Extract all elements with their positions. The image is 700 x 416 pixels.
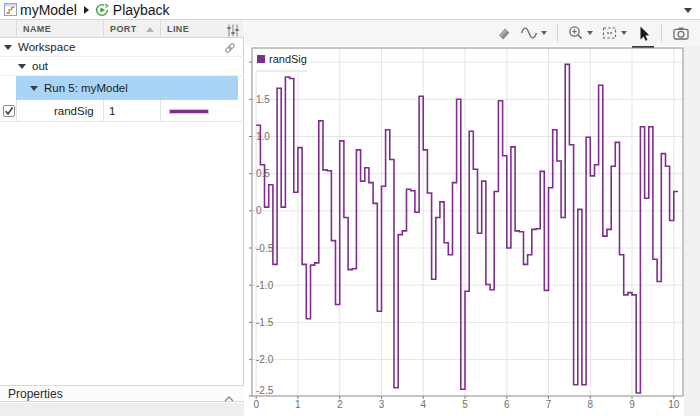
fit-to-view-icon bbox=[601, 25, 618, 41]
column-header-line[interactable]: LINE bbox=[160, 20, 228, 38]
properties-bar[interactable]: Properties bbox=[0, 385, 244, 402]
workspace-label: Workspace bbox=[18, 41, 75, 53]
svg-text:-0.5: -0.5 bbox=[256, 243, 274, 254]
run-selection-highlight: Run 5: myModel bbox=[16, 76, 238, 100]
breadcrumb-view-label: Playback bbox=[113, 2, 170, 18]
arrow-cursor-icon bbox=[635, 25, 651, 42]
chevron-down-icon bbox=[541, 31, 547, 35]
breadcrumb-model[interactable]: myModel bbox=[20, 2, 77, 18]
out-label: out bbox=[32, 60, 48, 72]
svg-text:3: 3 bbox=[379, 399, 385, 410]
svg-text:randSig: randSig bbox=[269, 53, 307, 65]
camera-icon bbox=[672, 25, 690, 41]
breadcrumb: myModel Playback bbox=[0, 0, 700, 20]
svg-text:5: 5 bbox=[462, 399, 468, 410]
svg-text:10: 10 bbox=[668, 399, 680, 410]
svg-text:-1.5: -1.5 bbox=[256, 317, 274, 328]
table-header: NAME PORT LINE bbox=[0, 20, 244, 38]
signal-browser-pane: NAME PORT LINE bbox=[0, 20, 244, 416]
erase-button[interactable] bbox=[492, 21, 516, 45]
eraser-icon bbox=[496, 25, 512, 41]
table-row-randsig[interactable]: randSig 1 bbox=[0, 100, 244, 122]
svg-text:-2.5: -2.5 bbox=[256, 385, 274, 396]
properties-label: Properties bbox=[8, 387, 63, 401]
svg-text:-2.0: -2.0 bbox=[256, 354, 274, 365]
expand-caret-icon[interactable] bbox=[18, 64, 26, 69]
svg-text:2: 2 bbox=[337, 399, 343, 410]
signal-visibility-checkbox[interactable] bbox=[3, 105, 15, 117]
model-file-icon bbox=[4, 3, 17, 16]
svg-text:9: 9 bbox=[629, 399, 635, 410]
svg-text:7: 7 bbox=[546, 399, 552, 410]
svg-text:0.5: 0.5 bbox=[256, 168, 270, 179]
svg-text:1.0: 1.0 bbox=[256, 131, 270, 142]
zoom-in-icon bbox=[568, 25, 584, 41]
tree-row-run[interactable]: Run 5: myModel bbox=[0, 76, 244, 100]
plot-svg[interactable]: 0123456789101.51.00.50-0.5-1.0-1.5-2.0-2… bbox=[245, 46, 700, 416]
tree-row-out[interactable]: out bbox=[0, 57, 244, 76]
column-header-name[interactable]: NAME bbox=[16, 20, 103, 38]
svg-text:8: 8 bbox=[588, 399, 594, 410]
signal-line-swatch bbox=[170, 110, 208, 113]
pane-bottom-strip bbox=[0, 403, 244, 416]
signal-wave-icon bbox=[520, 25, 538, 41]
fit-to-view-button[interactable] bbox=[597, 21, 631, 45]
chevron-down-icon bbox=[621, 31, 627, 35]
svg-text:0: 0 bbox=[256, 205, 262, 216]
run-label: Run 5: myModel bbox=[44, 82, 128, 94]
expand-caret-icon[interactable] bbox=[30, 86, 38, 91]
zoom-button[interactable] bbox=[564, 21, 597, 45]
svg-text:1.5: 1.5 bbox=[256, 94, 270, 105]
tree-row-workspace[interactable]: Workspace bbox=[0, 38, 244, 57]
window-dropdown-caret[interactable] bbox=[684, 8, 692, 13]
svg-text:1: 1 bbox=[295, 399, 301, 410]
column-header-port[interactable]: PORT bbox=[103, 20, 160, 38]
signal-name: randSig bbox=[54, 105, 94, 117]
breadcrumb-model-label: myModel bbox=[20, 2, 77, 18]
link-icon[interactable] bbox=[224, 42, 236, 56]
chevron-down-icon bbox=[587, 31, 593, 35]
svg-text:4: 4 bbox=[420, 399, 426, 410]
sort-ascending-icon bbox=[146, 27, 154, 32]
playback-icon bbox=[95, 3, 109, 17]
breadcrumb-playback[interactable]: Playback bbox=[95, 2, 170, 18]
plot-toolbar bbox=[245, 20, 700, 46]
signal-mode-button[interactable] bbox=[516, 21, 551, 45]
sdi-playback-window: myModel Playback NAME PORT bbox=[0, 0, 700, 416]
plot-legend: randSig bbox=[253, 49, 311, 72]
expand-caret-icon[interactable] bbox=[4, 45, 12, 50]
svg-text:0: 0 bbox=[253, 399, 259, 410]
snapshot-button[interactable] bbox=[668, 21, 694, 45]
breadcrumb-separator-icon bbox=[84, 6, 89, 14]
pointer-tool-button[interactable] bbox=[631, 21, 655, 45]
signal-port: 1 bbox=[109, 105, 115, 117]
svg-text:6: 6 bbox=[504, 399, 510, 410]
svg-text:-1.0: -1.0 bbox=[256, 280, 274, 291]
